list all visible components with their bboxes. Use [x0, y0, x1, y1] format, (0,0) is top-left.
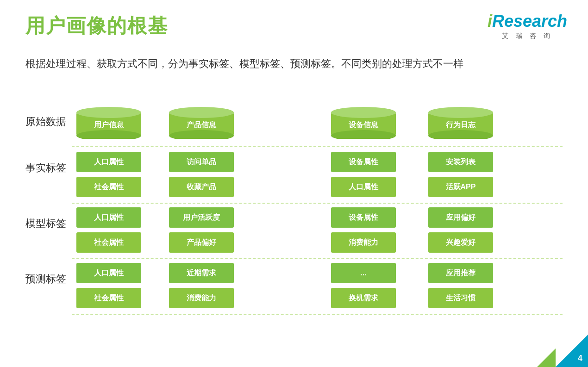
model-tag-interest: 兴趣爱好: [428, 232, 493, 253]
cylinder-product-info: 产品信息: [169, 104, 234, 139]
fact-tag-social1: 社会属性: [76, 177, 141, 197]
fact-tag-visit: 访问单品: [169, 152, 234, 172]
cylinder-device-info: 设备信息: [331, 104, 396, 139]
fact-tag-collect: 收藏产品: [169, 177, 234, 197]
label-model-tag: 模型标签: [25, 217, 67, 230]
model-tag-prod-pref: 产品偏好: [169, 232, 234, 253]
cylinder-behavior-log: 行为日志: [428, 104, 493, 139]
divider-3: [72, 258, 563, 259]
page-title: 用户画像的根基: [25, 13, 168, 39]
page-number: 4: [578, 354, 582, 363]
logo-research: Research: [492, 12, 567, 31]
predict-tag-demo1: 人口属性: [76, 263, 141, 283]
divider-2: [72, 203, 563, 204]
predict-tag-recent: 近期需求: [169, 263, 234, 283]
divider-4: [72, 314, 563, 315]
label-raw-data: 原始数据: [25, 115, 67, 129]
logo-i: i: [488, 12, 492, 31]
logo: i Research 艾 瑞 咨 询: [488, 12, 567, 40]
predict-tag-change: 换机需求: [331, 288, 396, 308]
cylinder-user-info: 用户信息: [76, 104, 141, 139]
svg-point-9: [331, 107, 396, 118]
predict-tag-app-rec: 应用推荐: [428, 263, 493, 283]
subtitle-text: 根据处理过程、获取方式不同，分为事实标签、模型标签、预测标签。不同类别的处理方式…: [25, 56, 563, 72]
diagram: 原始数据 用户信息 产品信息 设备信息: [25, 102, 563, 348]
svg-text:用户信息: 用户信息: [94, 120, 124, 129]
predict-tag-dots: ...: [331, 263, 396, 283]
predict-tag-consume: 消费能力: [169, 288, 234, 308]
logo-subtitle: 艾 瑞 咨 询: [502, 32, 553, 40]
label-predict-tag: 预测标签: [25, 272, 67, 286]
model-tag-consume: 消费能力: [331, 232, 396, 253]
svg-text:行为日志: 行为日志: [445, 121, 476, 129]
svg-point-13: [428, 107, 493, 118]
svg-point-5: [169, 107, 234, 118]
model-tag-device: 设备属性: [331, 207, 396, 228]
fact-tag-device: 设备属性: [331, 152, 396, 172]
svg-point-1: [76, 107, 141, 118]
model-tag-app-pref: 应用偏好: [428, 207, 493, 228]
predict-tag-lifestyle: 生活习惯: [428, 288, 493, 308]
fact-tag-demo1: 人口属性: [76, 152, 141, 172]
svg-text:设备信息: 设备信息: [349, 121, 379, 129]
corner-green: [537, 348, 556, 367]
predict-tag-social1: 社会属性: [76, 288, 141, 308]
fact-tag-active-app: 活跃APP: [428, 177, 493, 197]
model-tag-demo1: 人口属性: [76, 207, 141, 228]
model-tag-social1: 社会属性: [76, 232, 141, 253]
fact-tag-install: 安装列表: [428, 152, 493, 172]
model-tag-activity: 用户活跃度: [169, 207, 234, 228]
fact-tag-demo2: 人口属性: [331, 177, 396, 197]
label-fact-tag: 事实标签: [25, 161, 67, 175]
svg-text:产品信息: 产品信息: [186, 120, 217, 129]
divider-1: [72, 146, 563, 147]
